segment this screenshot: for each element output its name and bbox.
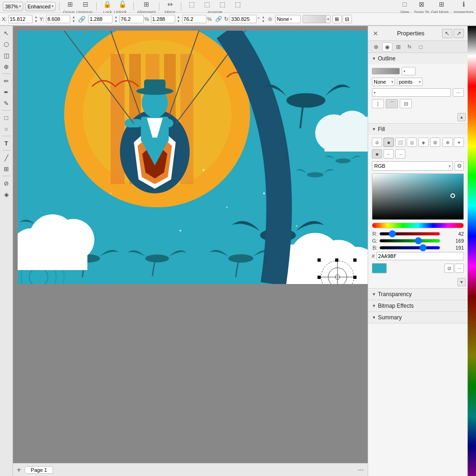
color-mode-dropdown[interactable]: RGB ▾ — [372, 161, 453, 171]
rotation-input[interactable] — [230, 15, 257, 23]
lock-proportions-icon[interactable]: 🔗 — [77, 16, 86, 23]
tab-unknown[interactable]: □ — [416, 42, 426, 52]
ellipse-tool-button[interactable]: ○ — [1, 124, 12, 134]
text-tool-button[interactable]: T — [1, 138, 12, 148]
y-up-icon[interactable]: ▲ — [72, 15, 75, 19]
w-input[interactable] — [88, 15, 112, 23]
rot-up-icon[interactable]: ▲ — [262, 15, 265, 19]
get-more-button[interactable]: ⊞ — [434, 0, 449, 10]
move-tool-button[interactable]: ↖ — [1, 28, 12, 38]
lock2-icon[interactable]: 🔗 — [215, 16, 222, 22]
fill-more-btn[interactable]: ··· — [455, 264, 464, 273]
w2-input[interactable] — [119, 15, 144, 23]
ungroup-button[interactable]: ⊟ — [78, 0, 93, 10]
add-page-button[interactable]: + — [17, 466, 21, 474]
bitmap-section-header[interactable]: ▼ Bitmap Effects — [368, 300, 468, 311]
view-button[interactable]: □ — [397, 0, 412, 10]
outline-cap-square[interactable]: ⊟ — [400, 99, 412, 108]
rect-tool-button[interactable]: □ — [1, 112, 12, 123]
outline-collapse-button[interactable]: ▲ — [457, 113, 466, 121]
panel-close-button[interactable]: ✕ — [372, 30, 379, 37]
outline-more-button[interactable]: ··· — [453, 88, 464, 97]
outline-cap-flat[interactable]: | — [372, 99, 384, 108]
transparency-section-header[interactable]: ▼ Transparency — [368, 289, 468, 300]
summary-section-header[interactable]: ▼ Summary — [368, 312, 468, 323]
tab-appearance[interactable]: ◉ — [382, 42, 392, 52]
y-stepper[interactable]: ▲ ▼ — [72, 15, 75, 23]
pen-tool-button[interactable]: ✏ — [1, 76, 12, 86]
fill-linear-btn[interactable]: ⬜ — [395, 138, 405, 147]
h-stepper[interactable]: ▲ ▼ — [177, 15, 180, 23]
inspectors-button[interactable]: ℹ — [456, 0, 471, 10]
fill-none-btn[interactable]: ⊘ — [372, 138, 382, 147]
panel-expand-button[interactable]: ↖ — [442, 29, 452, 38]
outline-color-dropdown[interactable]: ▾ — [402, 67, 416, 75]
eyedropper-button[interactable]: ⊘ — [1, 178, 12, 188]
fill-flat-btn[interactable]: ■ — [383, 138, 394, 147]
fill-sub3[interactable]: → — [395, 149, 405, 159]
fill-color-swatch[interactable] — [372, 263, 387, 273]
transform-btn1[interactable]: ⊞ — [332, 15, 342, 23]
fill-paste-btn[interactable]: ▾ — [454, 138, 464, 147]
color-picker-handle[interactable] — [450, 193, 455, 198]
color-picker[interactable] — [372, 173, 464, 220]
fill-button[interactable]: ◈ — [1, 189, 12, 199]
canvas-more-button[interactable]: ··· — [358, 466, 364, 474]
none-dropdown[interactable]: None ▾ — [275, 15, 301, 23]
color-strip[interactable] — [468, 26, 476, 476]
arrange-back-button[interactable]: ⬚ — [200, 0, 215, 10]
w-up-icon[interactable]: ▲ — [114, 15, 118, 19]
rot-down-icon[interactable]: ▼ — [262, 19, 265, 23]
y-input[interactable] — [46, 15, 70, 23]
outline-cap-round[interactable]: ⌒ — [386, 99, 398, 108]
tab-formula[interactable]: fx — [404, 42, 415, 52]
outline-points-dropdown[interactable]: points ▾ — [397, 78, 423, 86]
mirror-button[interactable]: ⇔ — [163, 0, 178, 10]
h2-input[interactable] — [182, 15, 206, 23]
h-up-icon[interactable]: ▲ — [177, 15, 180, 19]
zoom-tool-button[interactable]: ⊕ — [1, 61, 12, 72]
fill-section-header[interactable]: ▼ Fill — [368, 124, 468, 135]
arrange-forward-button[interactable]: ⬚ — [215, 0, 230, 10]
arrange-backward-button[interactable]: ⬚ — [231, 0, 245, 10]
lock-button[interactable]: 🔒 — [100, 0, 115, 10]
x-stepper[interactable]: ▲ ▼ — [34, 15, 38, 23]
fill-copy-btn[interactable]: ⊕ — [443, 138, 453, 147]
y-down-icon[interactable]: ▼ — [72, 19, 75, 23]
fill-conical-btn[interactable]: ◈ — [418, 138, 429, 147]
node-tool-button[interactable]: ⬡ — [1, 39, 12, 49]
brush-tool-button[interactable]: ✒ — [1, 87, 12, 97]
snap-button[interactable]: ⊠ — [414, 0, 429, 10]
alignment-button[interactable]: ⊞ — [139, 0, 154, 10]
grid-view-button[interactable]: ⊞ — [1, 164, 12, 174]
illustration-canvas[interactable] — [18, 31, 368, 284]
arrange-front-button[interactable]: ⬚ — [185, 0, 199, 10]
r-slider[interactable] — [379, 232, 440, 236]
g-slider[interactable] — [379, 239, 440, 243]
fill-sub2[interactable]: ← — [383, 149, 394, 159]
hex-input[interactable] — [377, 252, 464, 260]
hue-slider[interactable] — [372, 223, 464, 228]
w-stepper[interactable]: ▲ ▼ — [114, 15, 118, 23]
tab-grid[interactable]: ⊞ — [393, 42, 403, 52]
panel-collapse-button[interactable]: ↗ — [454, 29, 464, 38]
fill-collapse-button[interactable]: ▼ — [457, 278, 466, 286]
h-input[interactable] — [151, 15, 175, 23]
tab-transform[interactable]: ⊕ — [371, 42, 381, 52]
canvas-area[interactable]: + Page 1 ··· — [13, 26, 368, 476]
eyedropper-fill-btn[interactable]: ⊘ — [444, 264, 454, 273]
outline-style-dropdown[interactable]: ▾ — [372, 88, 451, 97]
page-1-tab[interactable]: Page 1 — [25, 466, 53, 474]
outline-color-bar[interactable] — [372, 68, 400, 74]
fill-radial-btn[interactable]: ◎ — [407, 138, 417, 147]
transform-btn2[interactable]: ⊟ — [343, 15, 352, 23]
fill-color-dropdown[interactable]: ▾ — [303, 15, 331, 23]
corner-tool-button[interactable]: ◫ — [1, 50, 12, 60]
pencil-tool-button[interactable]: ✎ — [1, 98, 12, 108]
outline-none-dropdown[interactable]: None ▾ — [372, 78, 395, 86]
x-down-icon[interactable]: ▼ — [34, 19, 38, 23]
outline-section-header[interactable]: ▼ Outline — [368, 53, 468, 64]
unlock-button[interactable]: 🔓 — [115, 0, 130, 10]
fill-bitmap-btn[interactable]: ⊞ — [430, 138, 440, 147]
rotation-stepper[interactable]: ▲ ▼ — [262, 15, 265, 23]
